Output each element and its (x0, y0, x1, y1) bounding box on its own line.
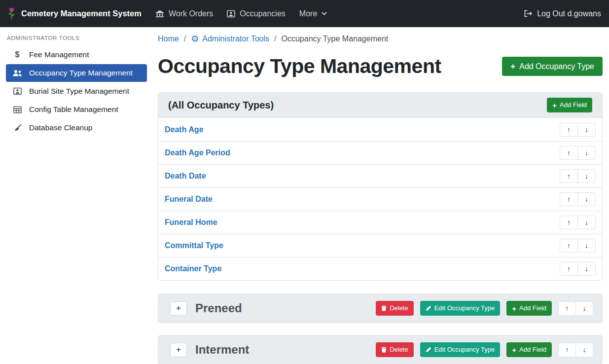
page-layout: Administrator Tools $ Fee Management Occ… (0, 27, 609, 364)
nav-more[interactable]: More (292, 9, 334, 18)
field-link[interactable]: Container Type (165, 264, 221, 273)
delete-button[interactable]: Delete (376, 342, 414, 357)
dollar-icon: $ (12, 51, 23, 59)
move-up-button[interactable]: ↑ (560, 262, 578, 276)
main-content: Home / ⚙ Administrator Tools / Occupancy… (152, 27, 609, 364)
table-icon (12, 106, 23, 113)
sidebar: Administrator Tools $ Fee Management Occ… (0, 27, 152, 143)
work-orders-icon (155, 10, 164, 17)
move-down-button[interactable]: ↓ (577, 123, 596, 137)
field-row: Funeral Home ↑ ↓ (158, 211, 602, 234)
arrow-up-icon: ↑ (567, 242, 571, 250)
field-link[interactable]: Funeral Date (165, 195, 213, 204)
field-row: Funeral Date ↑ ↓ (158, 187, 602, 211)
sidebar-item-label: Occupancy Type Management (29, 69, 133, 77)
breadcrumb-home-link[interactable]: Home (158, 35, 179, 43)
arrow-down-icon: ↓ (585, 149, 588, 157)
pencil-icon (426, 305, 431, 311)
breadcrumb-admin-tools-link[interactable]: ⚙ Administrator Tools (191, 35, 269, 43)
sidebar-item-label: Fee Management (29, 50, 89, 59)
app-brand[interactable]: Cemetery Management System (7, 7, 142, 20)
move-up-button[interactable]: ↑ (560, 169, 578, 183)
arrow-up-icon: ↑ (567, 218, 571, 226)
delete-label: Delete (390, 346, 408, 354)
reorder-buttons: ↑ ↓ (558, 343, 593, 357)
move-down-button[interactable]: ↓ (577, 239, 596, 253)
move-down-button[interactable]: ↓ (577, 146, 596, 160)
add-field-label: Add Field (519, 346, 546, 354)
move-down-button[interactable]: ↓ (577, 192, 596, 206)
arrow-up-icon: ↑ (567, 265, 571, 273)
trash-icon (381, 347, 387, 353)
expand-button[interactable]: + (170, 301, 187, 316)
nav-occupancies[interactable]: Occupancies (220, 9, 292, 18)
nav-work-orders[interactable]: Work Orders (148, 9, 220, 18)
delete-label: Delete (390, 304, 408, 312)
sidebar-item-config-table-management[interactable]: Config Table Management (6, 101, 147, 118)
add-field-button[interactable]: + Add Field (547, 98, 592, 112)
add-field-button[interactable]: + Add Field (506, 342, 552, 357)
move-up-button[interactable]: ↑ (560, 192, 578, 206)
arrow-up-icon: ↑ (567, 126, 571, 134)
move-down-button[interactable]: ↓ (577, 169, 596, 183)
field-link[interactable]: Committal Type (165, 241, 223, 250)
sidebar-item-database-cleanup[interactable]: Database Cleanup (6, 119, 147, 137)
chevron-down-icon (322, 12, 327, 15)
move-up-button[interactable]: ↑ (558, 343, 576, 357)
reorder-buttons: ↑ ↓ (560, 239, 596, 253)
delete-button[interactable]: Delete (376, 301, 414, 316)
move-up-button[interactable]: ↑ (560, 123, 578, 137)
card-title: (All Occupancy Types) (168, 100, 274, 111)
field-link[interactable]: Death Age Period (165, 148, 230, 157)
add-occupancy-type-label: Add Occupancy Type (519, 62, 594, 71)
arrow-down-icon: ↓ (585, 218, 588, 226)
expand-button[interactable]: + (170, 343, 187, 357)
reorder-buttons: ↑ ↓ (560, 169, 596, 183)
plus-icon: + (552, 102, 557, 109)
arrow-down-icon: ↓ (583, 304, 586, 312)
move-down-button[interactable]: ↓ (575, 343, 593, 357)
field-link[interactable]: Death Date (165, 172, 206, 181)
broom-icon (12, 124, 23, 132)
breadcrumb-separator: / (274, 35, 276, 43)
arrow-down-icon: ↓ (585, 195, 588, 203)
add-field-label: Add Field (519, 304, 546, 312)
edit-label: Edit Occupancy Type (434, 304, 495, 312)
move-up-button[interactable]: ↑ (560, 216, 578, 229)
move-up-button[interactable]: ↑ (560, 239, 578, 253)
add-field-button[interactable]: + Add Field (506, 301, 552, 316)
nav-work-orders-label: Work Orders (169, 9, 213, 18)
add-occupancy-type-button[interactable]: + Add Occupancy Type (502, 57, 603, 76)
sidebar-item-occupancy-type-management[interactable]: Occupancy Type Management (6, 64, 147, 82)
plus-icon: + (510, 62, 515, 71)
field-row: Committal Type ↑ ↓ (158, 234, 602, 257)
users-icon (12, 70, 23, 77)
section-actions: Delete Edit Occupancy Type + Add Field ↑ (376, 301, 593, 316)
field-link[interactable]: Funeral Home (165, 218, 217, 227)
move-up-button[interactable]: ↑ (558, 301, 576, 316)
move-down-button[interactable]: ↓ (575, 301, 593, 316)
field-link[interactable]: Death Age (165, 125, 204, 134)
nav-logout[interactable]: Log Out d.gowans (517, 9, 602, 18)
breadcrumb-separator: / (184, 35, 186, 43)
sidebar-item-label: Config Table Management (29, 105, 118, 114)
plus-icon: + (176, 303, 181, 313)
nav-occupancies-label: Occupancies (240, 9, 286, 18)
move-down-button[interactable]: ↓ (577, 262, 596, 276)
reorder-buttons: ↑ ↓ (560, 192, 596, 206)
move-down-button[interactable]: ↓ (577, 216, 596, 229)
edit-occupancy-type-button[interactable]: Edit Occupancy Type (420, 301, 501, 316)
logout-icon (524, 10, 533, 17)
sidebar-item-label: Database Cleanup (29, 123, 92, 132)
breadcrumb-home-label: Home (158, 35, 179, 43)
arrow-up-icon: ↑ (566, 304, 569, 312)
arrow-up-icon: ↑ (567, 172, 571, 180)
app-title: Cemetery Management System (21, 9, 142, 18)
occupancy-icon (227, 10, 235, 18)
plus-icon: + (512, 346, 516, 354)
edit-occupancy-type-button[interactable]: Edit Occupancy Type (420, 342, 501, 357)
move-up-button[interactable]: ↑ (560, 146, 578, 160)
sidebar-item-burial-site-type-management[interactable]: Burial Site Type Management (6, 82, 147, 100)
sidebar-item-fee-management[interactable]: $ Fee Management (6, 46, 147, 64)
nav-more-label: More (299, 9, 317, 18)
